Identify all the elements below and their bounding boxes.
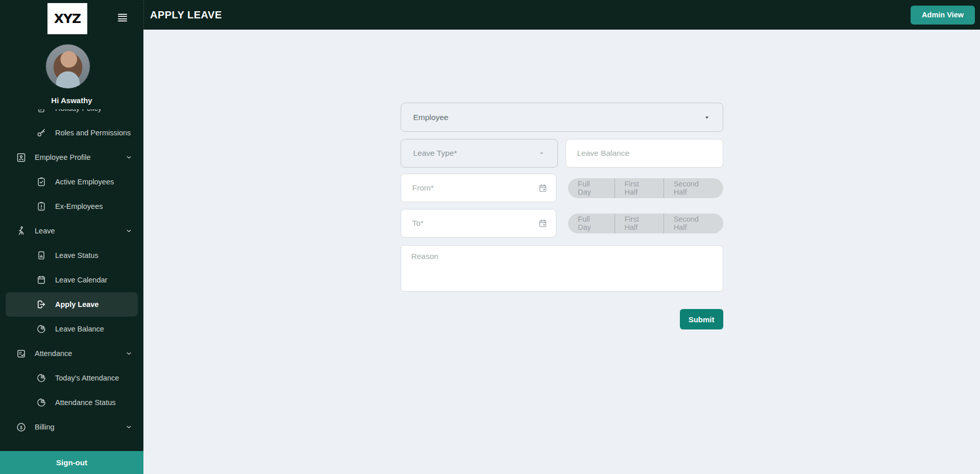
top-header: APPLY LEAVE Admin View xyxy=(143,0,980,30)
reason-input[interactable] xyxy=(411,252,713,285)
sidebar-item-attendance[interactable]: Attendance xyxy=(0,341,143,366)
sidebar-item-leave[interactable]: Leave xyxy=(0,219,143,243)
sidebar-item-roles-and-permissions[interactable]: Roles and Permissions xyxy=(0,121,143,145)
to-full-day-option[interactable]: Full Day xyxy=(568,214,614,233)
sign-out-button[interactable]: Sign-out xyxy=(0,451,143,474)
from-second-half-option[interactable]: Second Half xyxy=(664,178,723,198)
to-date-input[interactable] xyxy=(412,209,538,237)
sidebar-item-label: Apply Leave xyxy=(55,300,99,309)
main-area: APPLY LEAVE Admin View Employee Leave Ty… xyxy=(143,0,980,474)
to-day-segment-control: Full Day First Half Second Half xyxy=(568,214,723,233)
chevron-down-icon[interactable] xyxy=(126,350,132,357)
chevron-down-icon[interactable] xyxy=(126,228,132,234)
from-day-segment-control: Full Day First Half Second Half xyxy=(568,178,723,198)
sidebar-item-label: Roles and Permissions xyxy=(55,129,131,137)
sidebar-item-label: Active Employees xyxy=(55,178,114,186)
page-title: APPLY LEAVE xyxy=(150,9,222,21)
sidebar-nav: Holiday Policy Roles and Permissions Emp… xyxy=(0,109,143,451)
calendar-icon[interactable] xyxy=(538,219,548,228)
sidebar-item-label: Employee Profile xyxy=(35,153,91,161)
sidebar-item-ex-employees[interactable]: Ex-Employees xyxy=(0,194,143,219)
sidebar-item-billing[interactable]: $ Billing xyxy=(0,415,143,439)
to-date-field[interactable] xyxy=(401,209,557,238)
to-second-half-option[interactable]: Second Half xyxy=(664,214,723,233)
sidebar-item-label: Ex-Employees xyxy=(55,202,103,210)
key-icon xyxy=(36,127,47,138)
walking-person-icon xyxy=(15,225,27,236)
leave-type-select-label: Leave Type* xyxy=(413,149,457,158)
sidebar-item-holiday-policy[interactable]: Holiday Policy xyxy=(0,109,143,121)
sidebar-item-todays-attendance[interactable]: Today's Attendance xyxy=(0,366,143,390)
checklist-icon xyxy=(15,348,27,359)
reason-field[interactable] xyxy=(401,245,723,292)
calendar-icon xyxy=(36,274,47,286)
logout-arrow-icon xyxy=(36,299,47,310)
sidebar-item-active-employees[interactable]: Active Employees xyxy=(0,170,143,194)
pie-chart-icon xyxy=(36,397,47,408)
from-first-half-option[interactable]: First Half xyxy=(615,178,663,198)
sidebar-item-label: Leave xyxy=(35,227,55,235)
pie-chart-icon xyxy=(36,323,47,335)
user-greeting: Hi Aswathy xyxy=(0,96,143,105)
sidebar-item-label: Leave Status xyxy=(55,251,99,259)
chevron-down-icon xyxy=(538,150,545,157)
submit-button[interactable]: Submit xyxy=(680,309,723,329)
dollar-circle-icon: $ xyxy=(15,421,27,433)
svg-text:$: $ xyxy=(19,424,22,430)
menu-icon[interactable] xyxy=(118,14,127,21)
document-chart-icon xyxy=(36,250,47,261)
company-logo-text: XYZ xyxy=(54,11,81,26)
sidebar-item-leave-calendar[interactable]: Leave Calendar xyxy=(0,268,143,292)
content-area: Employee Leave Type* xyxy=(143,30,980,474)
sidebar: XYZ Hi Aswathy Holiday Policy Roles and … xyxy=(0,0,143,474)
policy-icon xyxy=(36,109,47,114)
sidebar-item-apply-leave[interactable]: Apply Leave xyxy=(6,292,138,317)
from-date-input[interactable] xyxy=(412,174,538,202)
calendar-icon[interactable] xyxy=(538,183,548,193)
clipboard-alert-icon xyxy=(36,201,47,212)
apply-leave-form: Employee Leave Type* xyxy=(401,103,723,329)
app-window: XYZ Hi Aswathy Holiday Policy Roles and … xyxy=(0,0,980,474)
leave-balance-field[interactable] xyxy=(566,139,723,168)
sidebar-item-leave-status[interactable]: Leave Status xyxy=(0,243,143,268)
sidebar-item-label: Leave Calendar xyxy=(55,276,107,284)
sidebar-item-employee-profile[interactable]: Employee Profile xyxy=(0,145,143,170)
admin-view-button[interactable]: Admin View xyxy=(911,6,975,25)
id-card-icon xyxy=(15,152,27,163)
employee-select-label: Employee xyxy=(413,113,449,122)
from-full-day-option[interactable]: Full Day xyxy=(568,178,614,198)
from-date-field[interactable] xyxy=(401,174,557,202)
avatar xyxy=(46,44,90,88)
sidebar-item-leave-balance[interactable]: Leave Balance xyxy=(0,317,143,341)
sidebar-item-label: Attendance xyxy=(35,349,72,358)
sidebar-item-label: Holiday Policy xyxy=(55,109,102,112)
chevron-down-icon[interactable] xyxy=(126,424,132,431)
leave-balance-input[interactable] xyxy=(577,139,712,167)
clipboard-check-icon xyxy=(36,176,47,187)
company-logo: XYZ xyxy=(47,3,87,34)
chevron-down-icon xyxy=(703,114,710,121)
leave-type-select[interactable]: Leave Type* xyxy=(401,139,558,168)
pie-chart-icon xyxy=(36,372,47,384)
chevron-down-icon[interactable] xyxy=(126,154,132,161)
sidebar-item-label: Today's Attendance xyxy=(55,374,119,382)
to-first-half-option[interactable]: First Half xyxy=(615,214,663,233)
sidebar-item-label: Attendance Status xyxy=(55,398,116,407)
sidebar-item-attendance-status[interactable]: Attendance Status xyxy=(0,390,143,415)
sidebar-item-label: Billing xyxy=(35,423,55,431)
employee-select[interactable]: Employee xyxy=(401,103,723,132)
sidebar-item-label: Leave Balance xyxy=(55,325,104,333)
